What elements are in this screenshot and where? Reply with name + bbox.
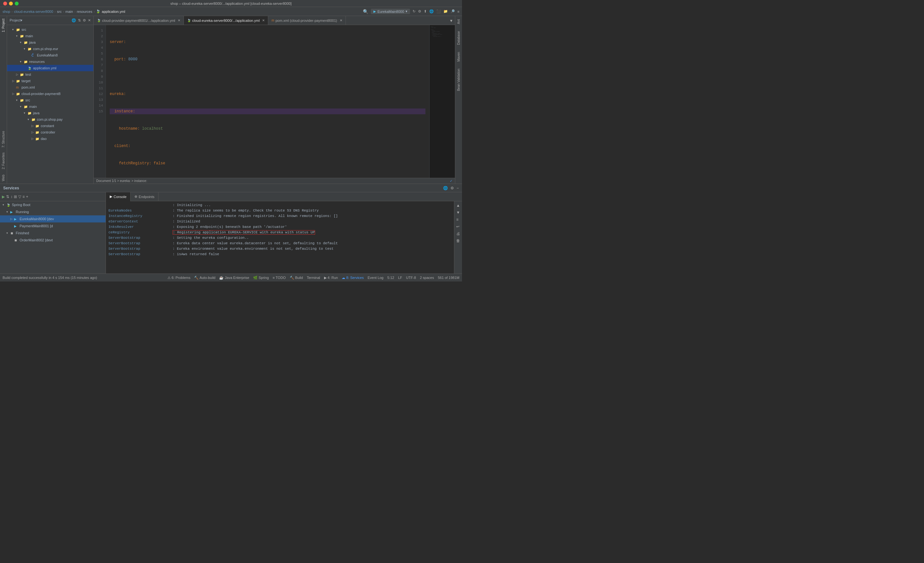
status-todo[interactable]: ≡ TODO bbox=[273, 276, 286, 279]
service-eureka-main[interactable]: ▷ ▶ EurekaMain8000 [dev bbox=[0, 215, 105, 222]
tab-overflow-btn[interactable]: ▾ bbox=[448, 18, 455, 23]
status-auto-build[interactable]: 🔨 Auto-build bbox=[194, 276, 215, 280]
breadcrumb-main[interactable]: main bbox=[66, 10, 73, 14]
left-tab-favorites[interactable]: 2: Favorites bbox=[1, 150, 6, 172]
tree-item-dao[interactable]: ▷ 📁 dao bbox=[7, 135, 93, 142]
service-order-main[interactable]: ⏹ OrderMain8002 [devt bbox=[0, 237, 105, 244]
tab-payment-yml[interactable]: 🍃 cloud-provider-payment8001/.../applica… bbox=[94, 16, 184, 25]
refresh-icon[interactable]: ↻ bbox=[412, 9, 416, 14]
tree-item-java[interactable]: ▾ 📁 java bbox=[7, 39, 93, 46]
code-editor[interactable]: 1 2 3 4 5 6 7 8 9 10 11 12 13 14 15 serv… bbox=[94, 25, 455, 178]
status-spring[interactable]: 🌿 Spring bbox=[253, 276, 269, 280]
right-tab-database[interactable]: Database bbox=[456, 29, 461, 47]
status-run[interactable]: ▶ 4: Run bbox=[324, 276, 338, 280]
encoding[interactable]: UTF-8 bbox=[406, 276, 416, 279]
indent[interactable]: 2 spaces bbox=[420, 276, 434, 279]
services-btn-group[interactable]: ↕ bbox=[10, 195, 12, 199]
run-config-dropdown-icon[interactable]: ▾ bbox=[405, 9, 408, 14]
soft-wrap-btn[interactable]: ↩ bbox=[456, 224, 461, 230]
console-tab-console[interactable]: ▶ Console bbox=[106, 192, 130, 201]
tab-close-icon3[interactable]: ✕ bbox=[340, 19, 342, 22]
service-running-group[interactable]: ▾ ▶ Running bbox=[0, 208, 105, 215]
status-java[interactable]: ☕ Java Enterprise bbox=[219, 276, 249, 280]
breadcrumb-module[interactable]: cloud-eureka-server8000 bbox=[14, 10, 53, 14]
sidebar-globe-icon[interactable]: 🌐 bbox=[72, 18, 76, 23]
tree-item-pom[interactable]: m pom.xml bbox=[7, 84, 93, 90]
tree-item-application-yml[interactable]: 🍃 application.yml bbox=[7, 65, 93, 71]
tab-pom-xml[interactable]: m pom.xml (cloud-provider-payment8001) ✕ bbox=[268, 16, 345, 25]
tree-item-package[interactable]: ▾ 📁 com.pi.shop.eur bbox=[7, 46, 93, 52]
services-btn-run[interactable]: ▶ bbox=[2, 195, 5, 199]
right-tab-ant[interactable]: Ant bbox=[456, 17, 461, 26]
breadcrumb-src[interactable]: src bbox=[57, 10, 62, 14]
right-tab-maven[interactable]: Maven bbox=[456, 50, 461, 63]
toolbar-btn-4[interactable]: 📁 bbox=[443, 9, 448, 14]
toolbar-btn-6[interactable]: ≡ bbox=[458, 10, 459, 14]
toolbar-btn-5[interactable]: 🔎 bbox=[450, 9, 455, 14]
tree-item-main[interactable]: ▾ 📁 main bbox=[7, 33, 93, 39]
toolbar-btn-3[interactable]: ⬛ bbox=[436, 9, 441, 14]
services-toolbar: ▶ ⇅ ↕ ⊞ ▽ ≡ + bbox=[0, 192, 105, 201]
print-btn[interactable]: 🖨 bbox=[456, 231, 461, 237]
tree-item-cloud-provider[interactable]: ▷ 📁 cloud-provider-payment8 bbox=[7, 90, 93, 97]
panel-close-icon[interactable]: − bbox=[456, 186, 459, 190]
status-problems[interactable]: ⚠ 6: Problems bbox=[168, 276, 190, 280]
tree-item-package2[interactable]: ▾ 📁 com.pi.shop.pay bbox=[7, 116, 93, 123]
tree-item-eureka-class[interactable]: C̃ EurekaMain8 bbox=[7, 52, 93, 59]
left-tab-project[interactable]: 1: Project bbox=[1, 16, 6, 35]
breadcrumb-shop[interactable]: shop bbox=[3, 10, 10, 14]
status-event-log[interactable]: Event Log bbox=[368, 276, 384, 279]
tree-item-resources[interactable]: ▾ 📁 resources bbox=[7, 59, 93, 65]
services-btn-filter[interactable]: ▽ bbox=[18, 195, 21, 199]
tree-item-src[interactable]: ▾ 📁 src bbox=[7, 26, 93, 33]
left-tab-web[interactable]: Web bbox=[1, 172, 6, 183]
toolbar-btn-1[interactable]: ⬆ bbox=[424, 9, 427, 14]
tab-close-icon2[interactable]: ✕ bbox=[262, 19, 265, 22]
breadcrumb-resources[interactable]: resources bbox=[76, 10, 92, 14]
services-btn-add[interactable]: + bbox=[26, 195, 28, 199]
sidebar-close-icon[interactable]: ✕ bbox=[88, 18, 91, 23]
tree-label: resources bbox=[29, 60, 45, 63]
sidebar-settings-icon[interactable]: ⚙ bbox=[83, 18, 86, 23]
scroll-up-btn[interactable]: ▲ bbox=[456, 203, 461, 208]
toolbar-btn-2[interactable]: 🌐 bbox=[429, 9, 434, 14]
sidebar-title[interactable]: Project▾ bbox=[10, 18, 22, 23]
minimize-button[interactable] bbox=[9, 2, 13, 6]
tab-close-icon[interactable]: ✕ bbox=[178, 19, 180, 22]
tree-item-java2[interactable]: ▾ 📁 java bbox=[7, 110, 93, 116]
line-ending[interactable]: LF bbox=[398, 276, 402, 279]
panel-globe-icon[interactable]: 🌐 bbox=[443, 186, 448, 190]
tree-item-target[interactable]: ▷ 📁 target bbox=[7, 78, 93, 84]
code-content[interactable]: server: port: 8000 eureka: instance: hos… bbox=[106, 25, 429, 178]
services-btn-more[interactable]: ≡ bbox=[22, 195, 25, 199]
status-terminal[interactable]: Terminal bbox=[307, 276, 320, 279]
console-tab-endpoints[interactable]: ⊕ Endpoints bbox=[130, 192, 159, 201]
tree-item-controller[interactable]: ▷ 📁 controller bbox=[7, 129, 93, 135]
maximize-button[interactable] bbox=[15, 2, 19, 6]
tree-item-src2[interactable]: ▾ 📁 src bbox=[7, 97, 93, 104]
close-button[interactable] bbox=[3, 2, 7, 6]
tree-item-test[interactable]: ▷ 📁 test bbox=[7, 71, 93, 78]
service-spring-boot[interactable]: ▾ 🍃 Spring Boot bbox=[0, 201, 105, 208]
tab-eureka-yml[interactable]: 🍃 cloud-eureka-server8000/.../applicatio… bbox=[184, 16, 268, 25]
service-finished-group[interactable]: ▾ ⏹ Finished bbox=[0, 230, 105, 237]
services-btn-collapse-all[interactable]: ⇅ bbox=[6, 195, 9, 199]
service-payment-main[interactable]: ▶ PaymentMain8001 [d bbox=[0, 222, 105, 230]
services-btn-layout[interactable]: ⊞ bbox=[14, 195, 17, 199]
yaml-tab-icon: 🍃 bbox=[97, 19, 101, 22]
tree-item-constant[interactable]: ▷ 📁 constant bbox=[7, 123, 93, 129]
right-tab-bean[interactable]: Bean Validation bbox=[456, 67, 461, 93]
left-tab-structure[interactable]: 7: Structure bbox=[1, 128, 6, 150]
scroll-down-btn[interactable]: ▼ bbox=[456, 210, 461, 215]
wrap-btn[interactable]: ≡ bbox=[456, 217, 461, 222]
status-build[interactable]: 🔨 Build bbox=[290, 276, 303, 280]
search-icon[interactable]: 🔍 bbox=[363, 9, 368, 14]
tree-item-main2[interactable]: ▾ 📁 main bbox=[7, 104, 93, 110]
status-services[interactable]: ☁ 8: Services bbox=[342, 276, 363, 280]
clear-btn[interactable]: 🗑 bbox=[456, 238, 461, 244]
panel-settings-icon[interactable]: ⚙ bbox=[450, 186, 454, 190]
run-config-selector[interactable]: ▶ EurekaMain8000 ▾ bbox=[371, 9, 410, 14]
sidebar-sort-icon[interactable]: ⇅ bbox=[78, 18, 81, 23]
window-controls[interactable] bbox=[3, 2, 19, 6]
settings-icon[interactable]: ⚙ bbox=[418, 9, 421, 14]
